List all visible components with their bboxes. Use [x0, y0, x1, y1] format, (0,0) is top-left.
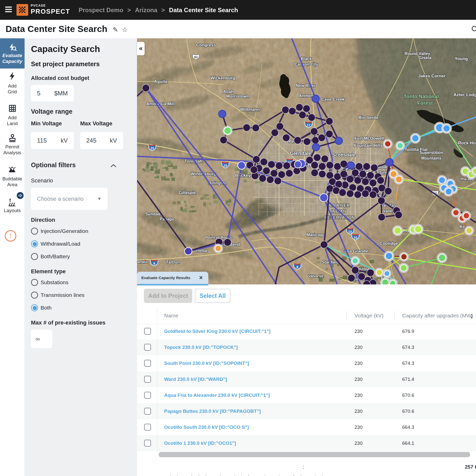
svg-text:Anthem: Anthem — [299, 94, 314, 98]
svg-text:Wittmann: Wittmann — [240, 107, 260, 112]
svg-text:Maricopa: Maricopa — [307, 232, 326, 237]
svg-text:10: 10 — [224, 164, 227, 167]
svg-text:Ke: Ke — [460, 224, 465, 229]
svg-text:Forest: Forest — [417, 100, 433, 106]
svg-text:Aztec Lodge: Aztec Lodge — [453, 92, 476, 97]
svg-text:Superstition: Superstition — [419, 150, 443, 155]
svg-text:Tonto National: Tonto National — [404, 94, 439, 99]
svg-text:Scottsdale: Scottsdale — [332, 152, 355, 158]
svg-text:Mountains: Mountains — [421, 156, 441, 160]
svg-text:anwix: anwix — [137, 260, 148, 264]
svg-text:Gisela: Gisela — [418, 55, 432, 60]
svg-text:RESERVATION: RESERVATION — [324, 215, 355, 220]
svg-text:Black: Black — [301, 57, 312, 61]
svg-text:Young: Young — [455, 56, 468, 61]
svg-text:Canyon City: Canyon City — [294, 62, 318, 66]
svg-text:Round Valley: Round Valley — [405, 52, 430, 56]
svg-text:Glendale: Glendale — [290, 150, 311, 156]
svg-text:Jakes Corner: Jakes Corner — [418, 74, 446, 78]
svg-text:Tartron: Tartron — [166, 260, 180, 264]
svg-text:93: 93 — [194, 56, 198, 59]
svg-text:New River: New River — [296, 83, 315, 88]
svg-text:GILA RIVER: GILA RIVER — [325, 203, 350, 208]
svg-text:Rock Hou: Rock Hou — [458, 141, 476, 145]
svg-text:10: 10 — [348, 230, 352, 234]
svg-text:Gillespie: Gillespie — [179, 191, 196, 195]
svg-text:Rio Verde: Rio Verde — [359, 115, 378, 120]
svg-text:Congress: Congress — [196, 43, 216, 47]
svg-text:Morristown: Morristown — [226, 94, 249, 99]
svg-text:Buckeye: Buckeye — [235, 173, 253, 178]
svg-text:8: 8 — [296, 265, 298, 269]
svg-text:Fountain Hills: Fountain Hills — [354, 143, 383, 148]
svg-text:Fort McDowell: Fort McDowell — [354, 136, 384, 141]
svg-text:Sundad: Sundad — [145, 212, 160, 216]
svg-text:10: 10 — [354, 236, 357, 240]
svg-text:8: 8 — [153, 262, 155, 265]
svg-text:Coolidge: Coolidge — [380, 241, 398, 246]
svg-text:Cave Creek: Cave Creek — [321, 97, 345, 102]
svg-text:Allah: Allah — [223, 89, 234, 94]
svg-text:Valva Ve: Valva Ve — [308, 274, 324, 278]
svg-text:Wickenburg: Wickenburg — [210, 76, 235, 80]
svg-text:10: 10 — [150, 146, 154, 150]
svg-text:17: 17 — [307, 123, 310, 127]
svg-text:Aguila: Aguila — [154, 79, 167, 84]
